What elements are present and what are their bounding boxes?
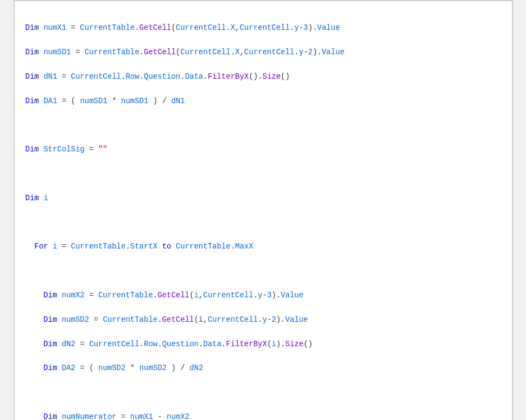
line-13: Dim numSD2 = CurrentTable.GetCell(i,Curr… — [26, 314, 501, 326]
line-16 — [26, 386, 501, 398]
line-15: Dim DA2 = ( numSD2 * numSD2 ) / dN2 — [26, 362, 501, 374]
line-1: Dim numX1 = CurrentTable.GetCell(Current… — [26, 22, 501, 34]
code-editor: Dim numX1 = CurrentTable.GetCell(Current… — [14, 0, 513, 420]
line-9 — [26, 217, 501, 228]
line-11 — [26, 265, 501, 277]
line-7 — [26, 168, 501, 180]
line-17: Dim numNumerator = numX1 - numX2 — [26, 411, 501, 420]
line-12: Dim numX2 = CurrentTable.GetCell(i,Curre… — [26, 289, 501, 301]
line-6: Dim StrColSig = "" — [26, 143, 501, 155]
line-8: Dim i — [26, 192, 501, 204]
line-2: Dim numSD1 = CurrentTable.GetCell(Curren… — [26, 46, 501, 58]
line-10: For i = CurrentTable.StartX to CurrentTa… — [26, 240, 501, 252]
line-4: Dim DA1 = ( numSD1 * numSD1 ) / dN1 — [26, 95, 501, 107]
line-14: Dim dN2 = CurrentCell.Row.Question.Data.… — [26, 338, 501, 350]
line-5 — [26, 119, 501, 131]
code-content: Dim numX1 = CurrentTable.GetCell(Current… — [26, 10, 501, 420]
line-3: Dim dN1 = CurrentCell.Row.Question.Data.… — [26, 71, 501, 82]
